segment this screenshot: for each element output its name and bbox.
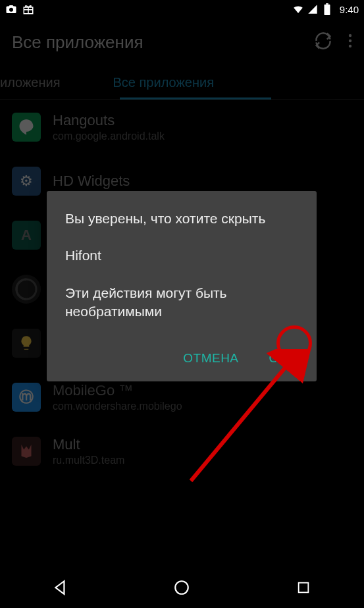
navigation-bar	[0, 567, 364, 608]
overflow-menu-icon[interactable]	[348, 33, 352, 51]
status-bar: 9:40	[0, 0, 364, 18]
refresh-icon[interactable]	[314, 32, 332, 53]
ok-button[interactable]: OK	[264, 345, 293, 372]
camera-icon	[5, 3, 17, 15]
app-name: MobileGo ™	[53, 382, 182, 399]
app-icon: ⚙	[12, 167, 41, 196]
back-button[interactable]	[41, 574, 80, 601]
app-icon	[12, 275, 41, 304]
dialog-app-name: Hifont	[65, 246, 298, 265]
svg-rect-11	[298, 583, 308, 593]
confirm-dialog: Вы уверены, что хотите скрыть Hifont Эти…	[47, 191, 317, 381]
app-icon: A	[12, 221, 41, 250]
tab-apps[interactable]: иложения	[0, 66, 74, 99]
app-package: com.google.android.talk	[53, 130, 165, 142]
home-button[interactable]	[162, 574, 201, 601]
app-name: Hangouts	[53, 112, 165, 129]
app-package: com.wondershare.mobilego	[53, 401, 182, 412]
app-name: HD Widgets	[53, 173, 130, 190]
app-item-hangouts[interactable]: Hangouts com.google.android.talk	[0, 100, 364, 154]
app-icon	[12, 437, 41, 466]
svg-point-10	[176, 581, 189, 594]
app-icon	[12, 113, 41, 142]
dialog-message-2: Эти действия могут быть необратимыми	[65, 284, 298, 321]
app-item-mult[interactable]: Mult ru.mult3D.team	[0, 424, 364, 478]
dialog-message-1: Вы уверены, что хотите скрыть	[65, 209, 298, 228]
svg-point-6	[349, 40, 351, 42]
battery-icon	[321, 3, 333, 15]
tab-bar: иложения Все приложения	[0, 66, 364, 100]
svg-point-5	[349, 34, 351, 37]
tab-all-apps[interactable]: Все приложения	[100, 66, 228, 99]
action-bar: Все приложения	[0, 18, 364, 66]
wifi-icon	[292, 3, 304, 15]
cancel-button[interactable]: ОТМЕНА	[178, 345, 244, 372]
status-time: 9:40	[340, 4, 359, 15]
app-name: Mult	[53, 436, 124, 453]
page-title: Все приложения	[12, 32, 143, 53]
signal-icon	[307, 3, 319, 15]
app-package: ru.mult3D.team	[53, 455, 124, 466]
recents-button[interactable]	[284, 574, 323, 601]
svg-point-7	[349, 45, 351, 47]
svg-rect-3	[324, 5, 330, 15]
app-icon: ⓜ	[12, 383, 41, 412]
svg-rect-4	[326, 3, 328, 5]
app-icon	[12, 329, 41, 358]
gift-icon	[22, 3, 34, 15]
